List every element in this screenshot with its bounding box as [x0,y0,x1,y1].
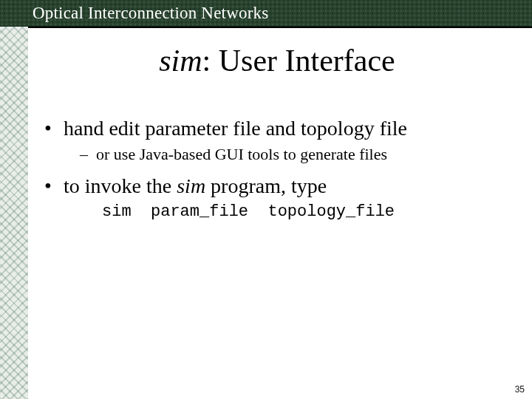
bullet-1-sub: – or use Java-based GUI tools to generat… [80,145,510,164]
header-underline [28,27,532,28]
bullet-dot-icon: • [44,117,64,140]
bullet-2-text: to invoke the sim program, type [64,174,327,198]
bullet-dot-icon: • [44,174,64,198]
bullet-2-italic: sim [177,174,205,197]
bullet-2-post: program, type [205,174,327,197]
slide-title: sim: User Interface [52,43,502,78]
header-title: Optical Interconnection Networks [33,4,268,23]
page-number: 35 [515,384,525,395]
dash-icon: – [80,145,96,164]
bullet-1: • hand edit parameter file and topology … [44,117,510,140]
command-line: sim param_file topology_file [102,202,510,221]
title-rest: : User Interface [202,44,395,78]
bullet-1-sub-text: or use Java-based GUI tools to generate … [96,145,387,164]
title-italic: sim [159,44,202,78]
bullet-1-text: hand edit parameter file and topology fi… [64,117,407,140]
header-bar: Optical Interconnection Networks [0,0,532,27]
left-decor-strip [0,0,28,399]
slide: Optical Interconnection Networks sim: Us… [0,0,532,399]
content-body: • hand edit parameter file and topology … [44,117,510,221]
bullet-2-pre: to invoke the [64,174,177,197]
bullet-2: • to invoke the sim program, type [44,174,510,198]
